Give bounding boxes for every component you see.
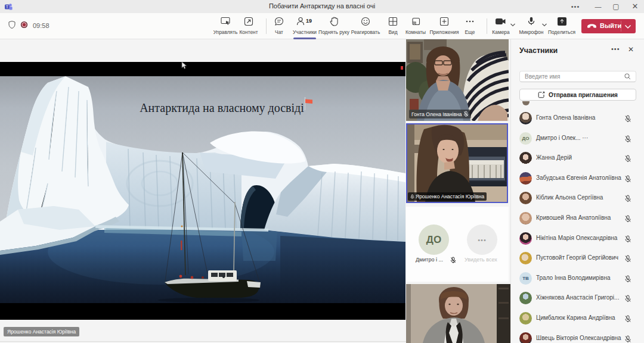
svg-text:19: 19 <box>306 18 312 24</box>
svg-text:Антарктида на власному досвіді: Антарктида на власному досвіді <box>140 101 304 115</box>
